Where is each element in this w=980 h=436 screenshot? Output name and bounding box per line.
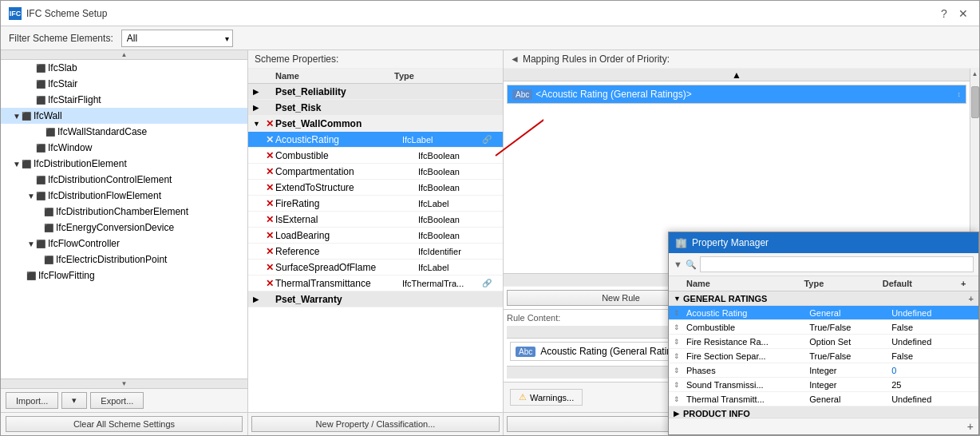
rules-scroll-up[interactable]: ▲ [504,69,970,81]
pm-row-sound-transmiss[interactable]: ⇕ Sound Transmissi... Integer 25 [669,378,978,392]
title-bar: IFC IFC Scheme Setup ? ✕ [1,1,979,26]
acousticrating-row[interactable]: ✕ AcousticRating IfcLabel 🔗 [248,132,503,148]
isexternal-row[interactable]: ✕ IsExternal IfcBoolean [248,212,503,228]
props-col-type: Type [394,71,482,81]
warnings-button[interactable]: ⚠ Warnings... [510,389,583,406]
new-property-container: New Property / Classification... [248,412,503,435]
combustible-row[interactable]: ✕ Combustible IfcBoolean [248,148,503,164]
tree-item-ifcWindow[interactable]: ⬛ IfcWindow [1,140,247,156]
pset-warranty-label: Pset_Warranty [275,294,498,305]
tree-item-ifcStair[interactable]: ⬛ IfcStair [1,76,247,92]
pm-row-move-icon: ⇕ [674,338,686,346]
main-window: IFC IFC Scheme Setup ? ✕ Filter Scheme E… [0,0,980,436]
pm-row-acoustic-rating[interactable]: ⇕ Acoustic Rating General Undefined [669,306,978,320]
scrollbar-thumb[interactable] [971,86,979,118]
pm-row-move-icon: ⇕ [674,352,686,360]
filter-label: Filter Scheme Elements: [9,33,113,44]
group-name-product-info: PRODUCT INFO [683,409,974,418]
property-manager: 🏢 Property Manager ▼ 🔍 Name Type Default… [668,232,979,435]
thermaltransmittance-row[interactable]: ✕ ThermalTransmittance IfcThermalTra... … [248,275,503,291]
pset-warranty-row[interactable]: ▶ Pset_Warranty [248,291,503,307]
pm-col-plus: + [961,279,974,288]
rule-icon: Abc [512,89,532,100]
expand-icon[interactable]: ▼ [12,160,22,168]
tree-label: IfcFlowFitting [38,270,95,281]
thermaltransmittance-label: ThermalTransmittance [275,278,402,289]
help-button[interactable]: ? [936,6,952,22]
tree-label: IfcDistributionFlowElement [48,190,161,201]
middle-panel: Scheme Properties: Name Type ▶ Pset_Reli… [248,50,504,435]
filter-select[interactable]: All IfcWall IfcSlab [121,30,233,47]
pm-search-icon: 🔍 [686,260,697,270]
pm-col-default: Default [883,279,961,288]
tree-item-ifcSlab[interactable]: ⬛ IfcSlab [1,60,247,76]
title-bar-left: IFC IFC Scheme Setup [9,7,107,20]
tree-item-ifcEnergyConv[interactable]: ⬛ IfcEnergyConversionDevice [1,220,247,236]
rule-item-1[interactable]: Abc <Acoustic Rating (General Ratings)> … [507,85,966,104]
tree-item-ifcWall[interactable]: ▼ ⬛ IfcWall [1,108,247,124]
pm-row-name-phases: Phases [686,366,809,375]
expand-icon[interactable]: ▼ [26,192,36,200]
pm-row-thermal[interactable]: ⇕ Thermal Transmitt... General Undefined [669,392,978,406]
tree-item-ifcElecDist[interactable]: ⬛ IfcElectricDistributionPoint [1,252,247,268]
reference-label: Reference [275,246,418,257]
tree-scroll-up[interactable]: ▲ [1,50,247,60]
scrollbar-up[interactable]: ▲ [970,69,980,78]
clear-all-button[interactable]: Clear All Scheme Settings [6,416,243,432]
pm-title-bar: 🏢 Property Manager [669,232,978,253]
pm-group-general-ratings[interactable]: ▼ GENERAL RATINGS + [669,291,978,306]
extendtostructure-type: IfcBoolean [418,183,498,192]
tree-item-ifcFlowController[interactable]: ▼ ⬛ IfcFlowController [1,236,247,252]
extendtostructure-row[interactable]: ✕ ExtendToStructure IfcBoolean [248,180,503,196]
tree-item-ifcWallStandardCase[interactable]: ⬛ IfcWallStandardCase [1,124,247,140]
pm-row-move-icon: ⇕ [674,395,686,403]
pm-row-default-acoustic: Undefined [891,308,974,318]
pset-risk-row[interactable]: ▶ Pset_Risk [248,100,503,116]
tree-item-ifcDistChamber[interactable]: ⬛ IfcDistributionChamberElement [1,204,247,220]
reference-type: IfcIdentifier [418,247,498,256]
surfacespread-row[interactable]: ✕ SurfaceSpreadOfFlame IfcLabel [248,260,503,275]
pset-reliability-row[interactable]: ▶ Pset_Reliability [248,84,503,100]
pm-footer-plus[interactable]: + [967,420,974,433]
rule-item-text: <Acoustic Rating (General Ratings)> [535,89,957,100]
export-button[interactable]: Export... [90,392,144,409]
pm-title: Property Manager [692,237,972,248]
tree-label: IfcFlowController [48,238,120,249]
filter-bar: Filter Scheme Elements: All IfcWall IfcS… [1,26,979,50]
expand-icon[interactable]: ▼ [26,240,36,248]
import-button[interactable]: Import... [6,392,58,409]
tree-item-ifcDistCtrl[interactable]: ⬛ IfcDistributionControlElement [1,172,247,188]
pm-table-header: Name Type Default + [669,276,978,291]
pm-row-combustible[interactable]: ⇕ Combustible True/False False [669,320,978,335]
tree-label: IfcStair [48,78,77,89]
pm-group-product-info[interactable]: ▶ PRODUCT INFO [669,406,978,418]
mapping-rules-title: Mapping Rules in Order of Priority: [523,54,670,65]
group-add-icon[interactable]: + [969,294,974,303]
pset-wallcommon-row[interactable]: ▼ ✕ Pset_WallCommon [248,116,503,132]
loadbearing-row[interactable]: ✕ LoadBearing IfcBoolean [248,228,503,244]
import-dropdown-button[interactable]: ▾ [61,392,87,409]
firerating-row[interactable]: ✕ FireRating IfcLabel [248,196,503,212]
extendtostructure-label: ExtendToStructure [275,182,418,193]
tree-item-ifcDistributionElement[interactable]: ▼ ⬛ IfcDistributionElement [1,156,247,172]
pm-search-input[interactable] [700,256,974,272]
expand-icon[interactable]: ▼ [12,112,22,121]
compartmentation-row[interactable]: ✕ Compartmentation IfcBoolean [248,164,503,180]
tree-item-ifcStairFlight[interactable]: ⬛ IfcStairFlight [1,92,247,108]
group-expand-icon2: ▶ [674,410,683,418]
reference-row[interactable]: ✕ Reference IfcIdentifier [248,244,503,260]
pm-row-type-acoustic: General [809,308,891,318]
tree-label: IfcDistributionControlElement [48,174,172,185]
new-property-button[interactable]: New Property / Classification... [251,416,500,432]
combustible-type: IfcBoolean [418,151,498,161]
pm-row-fire-section[interactable]: ⇕ Fire Section Separ... True/False False [669,349,978,363]
tree-item-ifcFlowFitting[interactable]: ⬛ IfcFlowFitting [1,268,247,283]
mapping-arrow-icon: ◄ [510,54,520,65]
close-button[interactable]: ✕ [955,6,971,22]
tree-scroll-down[interactable]: ▼ [1,379,247,388]
pm-row-default-combustible: False [891,323,974,332]
tree-item-ifcDistFlow[interactable]: ▼ ⬛ IfcDistributionFlowElement [1,188,247,204]
pm-row-fire-resistance[interactable]: ⇕ Fire Resistance Ra... Option Set Undef… [669,335,978,349]
pm-row-phases[interactable]: ⇕ Phases Integer 0 [669,363,978,378]
pm-row-default-phases: 0 [891,366,974,375]
